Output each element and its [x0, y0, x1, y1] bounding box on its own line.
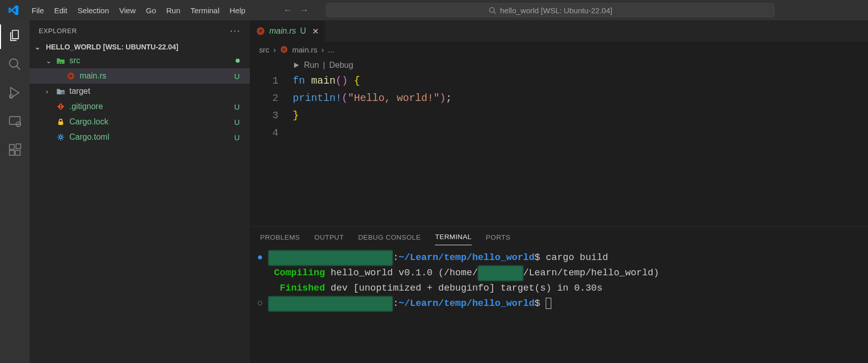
tree-item-cargo-toml[interactable]: Cargo.tomlU: [30, 129, 250, 145]
menu-go[interactable]: Go: [141, 4, 161, 17]
tree-label: target: [69, 87, 240, 96]
chevron-right-icon: ›: [321, 45, 324, 54]
tree-item-main-rs[interactable]: Rmain.rsU: [30, 68, 250, 84]
git-status-badge: U: [234, 133, 250, 142]
titlebar: FileEditSelectionViewGoRunTerminalHelp ←…: [0, 0, 868, 20]
explorer-icon[interactable]: [7, 28, 23, 44]
tree-label: Cargo.lock: [69, 117, 234, 126]
nav-back-icon[interactable]: ←: [283, 5, 292, 16]
tab-label: main.rs: [269, 27, 296, 36]
tree-label: Cargo.toml: [69, 133, 234, 142]
svg-rect-8: [10, 150, 14, 155]
tree-label: main.rs: [80, 71, 234, 81]
git-status-dot: [236, 59, 240, 63]
vscode-logo-icon: [7, 4, 19, 16]
breadcrumb-trail[interactable]: ...: [328, 45, 335, 54]
svg-line-3: [17, 66, 20, 70]
menu-run[interactable]: Run: [161, 4, 186, 17]
lock-icon: [55, 117, 66, 126]
editor-area: R main.rs U ✕ src › R main.rs › ... 1234: [250, 20, 868, 363]
panel-tabs: PROBLEMSOUTPUTDEBUG CONSOLETERMINALPORTS: [250, 227, 868, 247]
tree-item-target[interactable]: ›target: [30, 84, 250, 99]
menu-bar: FileEditSelectionViewGoRunTerminalHelp: [27, 4, 250, 17]
breadcrumb-folder[interactable]: src: [259, 45, 269, 54]
svg-rect-17: [58, 121, 63, 125]
rust-file-icon: R: [256, 27, 265, 36]
terminal-content[interactable]: ● user@hostname-redacted:~/Learn/temp/he…: [250, 247, 868, 363]
tab-main-rs[interactable]: R main.rs U ✕: [250, 20, 325, 42]
svg-point-13: [61, 91, 64, 94]
svg-text:R: R: [259, 29, 263, 34]
panel-tab-debug-console[interactable]: DEBUG CONSOLE: [358, 229, 421, 245]
panel-tab-terminal[interactable]: TERMINAL: [435, 229, 471, 245]
rust-icon: R: [65, 71, 76, 81]
panel: PROBLEMSOUTPUTDEBUG CONSOLETERMINALPORTS…: [250, 226, 868, 363]
nav-forward-icon[interactable]: →: [299, 5, 309, 16]
tree-label: .gitignore: [69, 102, 234, 111]
close-icon[interactable]: ✕: [312, 27, 319, 36]
command-center[interactable]: hello_world [WSL: Ubuntu-22.04]: [326, 3, 775, 17]
run-debug-icon[interactable]: [7, 85, 23, 101]
codelens-debug[interactable]: Debug: [329, 58, 353, 72]
panel-tab-output[interactable]: OUTPUT: [314, 229, 344, 245]
chevron-right-icon: ›: [46, 88, 55, 95]
terminal-cursor: [546, 298, 551, 309]
svg-point-2: [10, 59, 18, 67]
more-actions-icon[interactable]: ···: [230, 25, 241, 36]
git-status-badge: U: [234, 72, 250, 81]
tab-git-status: U: [300, 27, 306, 36]
svg-rect-9: [15, 150, 20, 155]
sidebar-header: EXPLORER ···: [30, 20, 250, 41]
svg-text:R: R: [69, 74, 72, 79]
svg-point-0: [489, 7, 494, 12]
menu-edit[interactable]: Edit: [49, 4, 72, 17]
extensions-icon[interactable]: [7, 142, 23, 158]
gear-icon: [55, 133, 66, 142]
tree-item-src[interactable]: ⌄src: [30, 53, 250, 68]
folder-name: HELLO_WORLD [WSL: UBUNTU-22.04]: [46, 43, 178, 51]
panel-tab-problems[interactable]: PROBLEMS: [260, 229, 300, 245]
menu-selection[interactable]: Selection: [72, 4, 114, 17]
chevron-down-icon: ⌄: [46, 57, 55, 65]
sidebar: EXPLORER ··· ⌄ HELLO_WORLD [WSL: UBUNTU-…: [30, 20, 250, 363]
svg-point-18: [59, 136, 62, 138]
menu-view[interactable]: View: [114, 4, 141, 17]
svg-rect-10: [16, 144, 20, 148]
nav-arrows: ← →: [283, 5, 309, 16]
search-icon: [489, 7, 496, 14]
menu-help[interactable]: Help: [224, 4, 250, 17]
activity-bar: [0, 20, 30, 363]
git-icon: [55, 102, 66, 111]
rust-file-icon: R: [280, 45, 288, 54]
file-tree: ⌄srcRmain.rsU›target.gitignoreUCargo.loc…: [30, 53, 250, 145]
codelens-run[interactable]: Run: [304, 58, 319, 72]
codelens: Run | Debug: [293, 58, 868, 72]
folder-icon: [55, 87, 66, 96]
search-title: hello_world [WSL: Ubuntu-22.04]: [500, 6, 612, 15]
svg-rect-7: [10, 145, 14, 149]
search-activity-icon[interactable]: [7, 56, 23, 72]
tree-item-cargo-lock[interactable]: Cargo.lockU: [30, 114, 250, 129]
panel-tab-ports[interactable]: PORTS: [486, 229, 510, 245]
folder-header[interactable]: ⌄ HELLO_WORLD [WSL: UBUNTU-22.04]: [30, 41, 250, 53]
breadcrumbs[interactable]: src › R main.rs › ...: [250, 42, 868, 57]
sidebar-title: EXPLORER: [39, 27, 77, 35]
tree-label: src: [69, 56, 236, 65]
menu-file[interactable]: File: [27, 4, 49, 17]
breadcrumb-file[interactable]: main.rs: [292, 45, 317, 54]
code-editor[interactable]: 1234 Run | Debug fn main() { println!("H…: [250, 57, 868, 226]
git-status-badge: U: [234, 118, 250, 126]
line-gutter: 1234: [250, 58, 293, 226]
git-status-badge: U: [234, 102, 250, 111]
play-icon[interactable]: [293, 62, 300, 69]
tree-item--gitignore[interactable]: .gitignoreU: [30, 99, 250, 114]
chevron-right-icon: ›: [273, 45, 276, 54]
editor-tabs: R main.rs U ✕: [250, 20, 868, 42]
remote-explorer-icon[interactable]: [7, 113, 23, 129]
folder-src-icon: [55, 56, 66, 65]
menu-terminal[interactable]: Terminal: [186, 4, 225, 17]
svg-text:R: R: [283, 47, 286, 52]
svg-line-1: [494, 12, 496, 14]
svg-rect-5: [10, 117, 20, 124]
chevron-down-icon: ⌄: [35, 43, 44, 51]
